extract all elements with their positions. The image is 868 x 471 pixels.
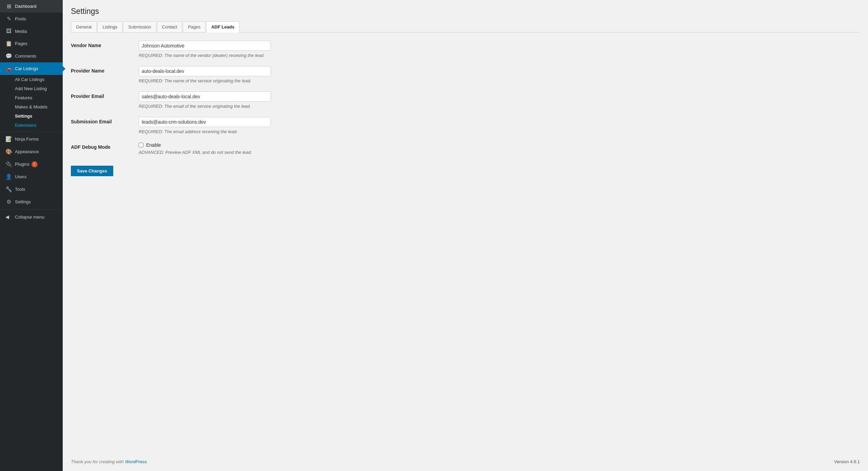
sidebar-item-dashboard[interactable]: ⊞ Dashboard — [0, 0, 63, 13]
sidebar-item-comments[interactable]: 💬 Comments — [0, 50, 63, 62]
sidebar-item-settings-main[interactable]: ⚙ Settings — [0, 196, 63, 208]
form-row-provider-name: Provider Name REQUIRED: The name of the … — [71, 66, 376, 83]
desc-adf-debug: ADVANCED: Preview ADF XML and do not sen… — [139, 150, 376, 155]
collapse-menu-label: Collapse menu — [15, 214, 44, 220]
sidebar-item-label: Car Listings — [15, 66, 38, 71]
sidebar: ⊞ Dashboard ✎ Posts 🖼 Media 📋 Pages 💬 Co… — [0, 0, 63, 471]
settings-form: Vendor Name REQUIRED: The name of the ve… — [71, 41, 376, 176]
sidebar-item-label: Pages — [15, 41, 27, 46]
plugins-icon: 🔌 — [5, 161, 12, 167]
save-changes-button[interactable]: Save Changes — [71, 166, 113, 176]
label-provider-email: Provider Email — [71, 91, 139, 99]
tab-adf-leads[interactable]: ADF Leads — [206, 21, 239, 33]
tab-submission[interactable]: Submission — [123, 21, 156, 32]
appearance-icon: 🎨 — [5, 148, 12, 155]
sidebar-item-label: Comments — [15, 54, 36, 59]
sidebar-sub-makes-models[interactable]: Makes & Models — [0, 102, 63, 111]
input-vendor-name[interactable] — [139, 41, 271, 51]
footer-suffix: . — [147, 459, 148, 464]
input-provider-email[interactable] — [139, 91, 271, 102]
sidebar-item-label: Media — [15, 29, 27, 34]
footer-wordpress-link[interactable]: WordPress — [125, 459, 147, 464]
footer-text: Thank you for creating with — [71, 459, 124, 464]
sidebar-item-label: Appearance — [15, 149, 39, 154]
form-row-provider-email: Provider Email REQUIRED: The email of th… — [71, 91, 376, 109]
sidebar-sub-settings[interactable]: Settings — [0, 111, 63, 121]
input-provider-name[interactable] — [139, 66, 271, 76]
label-adf-debug: ADF Debug Mode — [71, 142, 139, 150]
car-listings-icon: 🚗 — [5, 65, 12, 72]
plugins-badge: 2 — [32, 161, 38, 167]
sidebar-sub-all-car-listings[interactable]: All Car Listings — [0, 75, 63, 84]
sidebar-item-label: Tools — [15, 187, 25, 192]
sub-label: Settings — [15, 114, 32, 119]
sidebar-item-label: Ninja Forms — [15, 137, 39, 142]
field-adf-debug: Enable ADVANCED: Preview ADF XML and do … — [139, 142, 376, 155]
tab-contact[interactable]: Contact — [157, 21, 182, 32]
desc-vendor-name: REQUIRED: The name of the vendor (dealer… — [139, 53, 376, 58]
adf-debug-checkbox-row: Enable — [139, 142, 376, 148]
sidebar-sub-add-new-listing[interactable]: Add New Listing — [0, 84, 63, 93]
sub-label: Makes & Models — [15, 104, 47, 109]
sidebar-item-posts[interactable]: ✎ Posts — [0, 13, 63, 25]
sidebar-item-tools[interactable]: 🔧 Tools — [0, 183, 63, 196]
dashboard-icon: ⊞ — [5, 3, 12, 9]
field-vendor-name: REQUIRED: The name of the vendor (dealer… — [139, 41, 376, 58]
tab-pages[interactable]: Pages — [183, 21, 205, 32]
tab-general[interactable]: General — [71, 21, 97, 32]
sidebar-sub-features[interactable]: Features — [0, 93, 63, 102]
sidebar-item-media[interactable]: 🖼 Media — [0, 25, 63, 37]
sidebar-item-pages[interactable]: 📋 Pages — [0, 37, 63, 50]
sidebar-item-users[interactable]: 👤 Users — [0, 170, 63, 183]
page-title: Settings — [71, 7, 860, 16]
ninja-forms-icon: 📝 — [5, 136, 12, 142]
sidebar-item-ninja-forms[interactable]: 📝 Ninja Forms — [0, 133, 63, 145]
media-icon: 🖼 — [5, 28, 12, 34]
sub-label: Features — [15, 95, 32, 100]
input-submission-email[interactable] — [139, 117, 271, 127]
form-row-vendor-name: Vendor Name REQUIRED: The name of the ve… — [71, 41, 376, 58]
sidebar-item-car-listings[interactable]: 🚗 Car Listings — [0, 62, 63, 75]
tools-icon: 🔧 — [5, 186, 12, 192]
users-icon: 👤 — [5, 173, 12, 180]
main-content: Settings General Listings Submission Con… — [63, 0, 868, 471]
adf-debug-checkbox-label: Enable — [146, 142, 161, 148]
sidebar-item-label: Dashboard — [15, 4, 37, 9]
form-row-submission-email: Submission Email REQUIRED: The email add… — [71, 117, 376, 134]
label-vendor-name: Vendor Name — [71, 41, 139, 48]
sub-label: Add New Listing — [15, 86, 47, 91]
sidebar-item-label: Settings — [15, 199, 31, 204]
tabs-bar: General Listings Submission Contact Page… — [71, 21, 860, 33]
field-provider-email: REQUIRED: The email of the service origi… — [139, 91, 376, 109]
sidebar-item-label: Posts — [15, 16, 26, 21]
save-button-row: Save Changes — [71, 163, 376, 176]
field-submission-email: REQUIRED: The email address receiving th… — [139, 117, 376, 134]
comments-icon: 💬 — [5, 53, 12, 59]
sub-label: All Car Listings — [15, 77, 44, 82]
settings-main-icon: ⚙ — [5, 199, 12, 205]
label-submission-email: Submission Email — [71, 117, 139, 124]
desc-provider-name: REQUIRED: The name of the service origin… — [139, 78, 376, 83]
sidebar-sub-extensions[interactable]: Extensions — [0, 121, 63, 130]
tab-listings[interactable]: Listings — [97, 21, 122, 32]
desc-submission-email: REQUIRED: The email address receiving th… — [139, 129, 376, 134]
label-provider-name: Provider Name — [71, 66, 139, 74]
sidebar-item-plugins[interactable]: 🔌 Plugins 2 — [0, 158, 63, 170]
collapse-menu-button[interactable]: ◀ Collapse menu — [0, 211, 63, 223]
desc-provider-email: REQUIRED: The email of the service origi… — [139, 104, 376, 109]
sub-label: Extensions — [15, 123, 37, 128]
footer-version: Version 4.6.1 — [834, 459, 860, 464]
footer: Thank you for creating with WordPress. V… — [71, 449, 860, 464]
adf-debug-checkbox[interactable] — [139, 143, 143, 147]
pages-icon: 📋 — [5, 40, 12, 47]
field-provider-name: REQUIRED: The name of the service origin… — [139, 66, 376, 83]
sidebar-item-label: Users — [15, 174, 26, 179]
posts-icon: ✎ — [5, 16, 12, 22]
collapse-icon: ◀ — [5, 214, 12, 220]
sidebar-item-label: Plugins — [15, 162, 29, 167]
sidebar-item-appearance[interactable]: 🎨 Appearance — [0, 145, 63, 158]
form-row-adf-debug: ADF Debug Mode Enable ADVANCED: Preview … — [71, 142, 376, 155]
